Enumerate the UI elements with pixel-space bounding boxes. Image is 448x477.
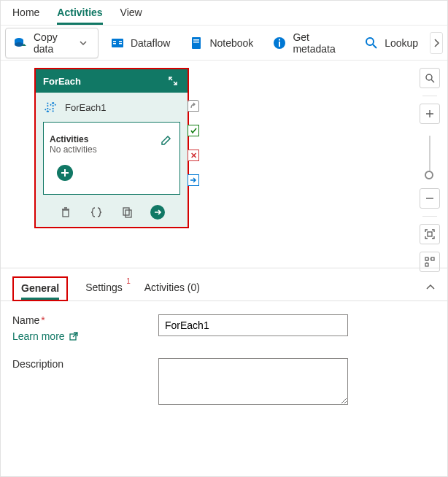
tab-underline bbox=[21, 298, 59, 300]
divider bbox=[422, 216, 437, 217]
tab-settings-label: Settings bbox=[85, 282, 123, 293]
ribbon-toolbar: Copy data Dataflow Notebook Get metadata… bbox=[1, 26, 447, 61]
port-failure[interactable]: ✕ bbox=[188, 150, 199, 161]
canvas-search-button[interactable] bbox=[420, 68, 440, 88]
pipeline-canvas[interactable]: ForEach ForEach1 Activities No activitie… bbox=[1, 61, 447, 268]
svg-rect-24 bbox=[425, 263, 428, 266]
divider bbox=[422, 96, 437, 96]
svg-point-19 bbox=[426, 74, 432, 80]
pencil-icon[interactable] bbox=[159, 133, 174, 147]
required-asterisk: * bbox=[41, 314, 45, 326]
lookup-button[interactable]: Lookup bbox=[357, 33, 425, 53]
foreach-type-label: ForEach bbox=[43, 76, 81, 87]
svg-rect-13 bbox=[279, 39, 280, 40]
svg-rect-18 bbox=[125, 210, 131, 217]
svg-rect-16 bbox=[63, 210, 69, 217]
lookup-label: Lookup bbox=[385, 37, 418, 49]
svg-rect-23 bbox=[431, 257, 434, 260]
foreach-activity-card[interactable]: ForEach ForEach1 Activities No activitie… bbox=[36, 69, 188, 227]
svg-rect-8 bbox=[192, 37, 201, 49]
name-input[interactable] bbox=[158, 314, 348, 336]
svg-rect-7 bbox=[119, 43, 122, 44]
dataflow-label: Dataflow bbox=[131, 37, 170, 49]
zoom-out-button[interactable] bbox=[420, 188, 440, 209]
svg-rect-5 bbox=[113, 43, 116, 44]
svg-rect-10 bbox=[193, 42, 199, 43]
copy-icon[interactable] bbox=[120, 205, 134, 220]
svg-point-2 bbox=[15, 42, 23, 47]
foreach-instance-name: ForEach1 bbox=[65, 102, 106, 113]
notebook-button[interactable]: Notebook bbox=[182, 33, 260, 53]
canvas-tool-column bbox=[420, 68, 440, 272]
activity-action-toolbar bbox=[36, 201, 188, 227]
tab-home[interactable]: Home bbox=[12, 7, 39, 25]
tab-view[interactable]: View bbox=[120, 7, 142, 25]
svg-rect-6 bbox=[119, 41, 122, 42]
svg-rect-4 bbox=[113, 41, 116, 42]
description-input-cell bbox=[158, 358, 436, 407]
notebook-label: Notebook bbox=[209, 37, 253, 49]
svg-rect-17 bbox=[123, 208, 129, 215]
foreach-card-header[interactable]: ForEach bbox=[36, 69, 188, 93]
fit-to-screen-button[interactable] bbox=[420, 224, 440, 244]
chevron-down-icon bbox=[76, 36, 90, 50]
svg-rect-22 bbox=[425, 257, 428, 260]
tab-activities[interactable]: Activities bbox=[57, 7, 102, 25]
svg-rect-21 bbox=[428, 232, 432, 236]
foreach-activity-selection: ForEach ForEach1 Activities No activitie… bbox=[34, 68, 189, 228]
description-textarea[interactable] bbox=[158, 358, 348, 405]
tab-general-label: General bbox=[21, 282, 59, 294]
learn-more-label: Learn more bbox=[12, 330, 65, 342]
general-properties-panel: Name* Learn more Description bbox=[1, 301, 447, 420]
notebook-icon bbox=[189, 36, 204, 50]
tab-settings[interactable]: Settings 1 bbox=[81, 276, 127, 300]
properties-tab-bar: General Settings 1 Activities (0) bbox=[1, 268, 447, 301]
svg-line-20 bbox=[431, 80, 434, 82]
svg-point-14 bbox=[366, 38, 374, 45]
svg-line-15 bbox=[373, 44, 376, 48]
settings-badge: 1 bbox=[126, 277, 131, 285]
learn-more-link[interactable]: Learn more bbox=[12, 330, 158, 342]
collapse-panel-button[interactable] bbox=[425, 282, 436, 295]
get-metadata-button[interactable]: Get metadata bbox=[265, 28, 352, 58]
copy-data-label: Copy data bbox=[34, 31, 70, 55]
tab-activities-count[interactable]: Activities (0) bbox=[140, 276, 204, 300]
external-link-icon bbox=[69, 332, 78, 341]
activities-heading: Activities bbox=[50, 134, 88, 144]
description-label: Description bbox=[12, 358, 158, 370]
name-input-cell bbox=[158, 314, 436, 336]
activity-output-ports: ✕ bbox=[188, 100, 199, 186]
activities-empty-text: No activities bbox=[50, 144, 97, 155]
get-metadata-label: Get metadata bbox=[293, 31, 345, 55]
ribbon-scroll-right-button[interactable] bbox=[430, 32, 443, 54]
dataflow-icon bbox=[110, 36, 125, 50]
zoom-slider-track[interactable] bbox=[429, 136, 430, 177]
svg-rect-9 bbox=[193, 39, 199, 41]
dataflow-button[interactable]: Dataflow bbox=[103, 33, 177, 53]
port-success[interactable] bbox=[188, 125, 199, 136]
braces-icon[interactable] bbox=[89, 205, 104, 220]
port-skip[interactable] bbox=[188, 100, 199, 112]
svg-rect-12 bbox=[279, 42, 280, 47]
top-tab-bar: Home Activities View bbox=[1, 1, 447, 26]
info-icon bbox=[272, 36, 287, 50]
foreach-activities-container[interactable]: Activities No activities bbox=[43, 122, 180, 195]
expand-icon[interactable] bbox=[166, 74, 180, 88]
tab-general[interactable]: General bbox=[12, 276, 68, 301]
name-field-group: Name* Learn more bbox=[12, 314, 158, 342]
zoom-slider-handle[interactable] bbox=[425, 171, 433, 179]
name-label: Name bbox=[12, 314, 39, 326]
port-completion[interactable] bbox=[188, 174, 199, 186]
copy-data-icon bbox=[13, 36, 28, 50]
search-icon bbox=[364, 36, 379, 50]
foreach-icon bbox=[43, 100, 58, 115]
add-activity-button[interactable] bbox=[57, 165, 73, 181]
foreach-title-row: ForEach1 bbox=[36, 93, 188, 119]
zoom-in-button[interactable] bbox=[420, 104, 440, 124]
delete-icon[interactable] bbox=[58, 205, 73, 220]
run-icon[interactable] bbox=[150, 205, 165, 220]
copy-data-button[interactable]: Copy data bbox=[5, 28, 99, 58]
